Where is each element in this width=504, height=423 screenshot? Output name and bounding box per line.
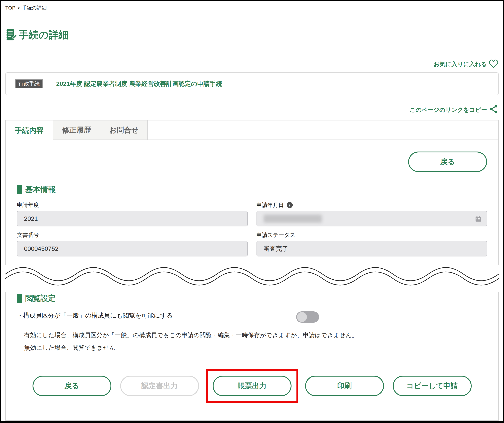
share-icon: [489, 104, 499, 116]
view-settings-heading-text: 閲覧設定: [25, 293, 56, 303]
application-year-value: 2021: [24, 215, 38, 222]
procedure-summary-box: 行政手続 2021年度 認定農業者制度 農業経営改善計画認定の申請手続: [5, 72, 499, 95]
section-marker: [17, 294, 22, 303]
procedure-detail-panel: 手続内容 修正履歴 お問合せ 戻る 基本情報 申請年度 2021: [5, 120, 499, 421]
page-title-text: 手続の詳細: [19, 28, 68, 42]
application-year-input[interactable]: 2021: [17, 211, 248, 226]
basic-info-heading: 基本情報: [17, 184, 487, 195]
application-status-input[interactable]: 審査完了: [257, 241, 487, 256]
tab-panel-content: 戻る 基本情報 申請年度 2021 申請年月日: [6, 140, 498, 420]
redacted-date-value: [264, 215, 322, 223]
certificate-output-button[interactable]: 認定書出力: [120, 376, 199, 396]
breadcrumb-separator: >: [17, 5, 20, 11]
page-frame: TOP > 手続の詳細 手続の詳細 お気に入りに入れる: [0, 0, 504, 423]
copy-and-apply-button[interactable]: コピーして申請: [393, 376, 472, 396]
tab-procedure-content[interactable]: 手続内容: [6, 120, 53, 140]
basic-info-heading-text: 基本情報: [25, 184, 56, 195]
procedure-type-badge: 行政手続: [15, 79, 43, 88]
view-settings-notes: 有効にした場合、構成員区分が「一般」の構成員でもこの申請の閲覧・編集・一時保存が…: [24, 329, 487, 354]
document-number-value: 0000450752: [24, 245, 59, 252]
favorite-link[interactable]: お気に入りに入れる: [5, 59, 499, 70]
print-button[interactable]: 印刷: [305, 376, 384, 396]
view-settings-toggle-row: ・構成員区分が「一般」の構成員にも閲覧を可能にする: [17, 311, 487, 323]
back-button-bottom[interactable]: 戻る: [33, 376, 111, 396]
field-application-year: 申請年度 2021: [17, 196, 248, 226]
info-icon[interactable]: i: [287, 202, 293, 208]
copy-page-link-label: このページのリンクをコピー: [410, 106, 487, 114]
copy-page-link[interactable]: このページのリンクをコピー: [5, 104, 499, 116]
field-application-status-label: 申請ステータス: [257, 231, 487, 239]
field-application-date: 申請年月日 i: [257, 196, 487, 226]
field-label-text: 申請ステータス: [257, 231, 295, 239]
favorite-label: お気に入りに入れる: [434, 60, 487, 68]
heart-outline-icon: [488, 59, 499, 70]
breadcrumb-current: 手続の詳細: [22, 5, 47, 11]
view-settings-note-line2: 無効にした場合、閲覧できません。: [24, 341, 487, 354]
field-label-text: 申請年度: [17, 201, 39, 209]
view-settings-toggle-label: ・構成員区分が「一般」の構成員にも閲覧を可能にする: [17, 311, 173, 320]
procedure-title: 2021年度 認定農業者制度 農業経営改善計画認定の申請手続: [56, 80, 222, 88]
field-label-text: 文書番号: [17, 231, 39, 239]
breadcrumb: TOP > 手続の詳細: [5, 5, 499, 11]
document-number-input[interactable]: 0000450752: [17, 241, 248, 256]
field-application-date-label: 申請年月日 i: [257, 201, 487, 209]
tab-strip: 手続内容 修正履歴 お問合せ: [6, 120, 498, 140]
page-title: 手続の詳細: [5, 28, 499, 42]
tab-revision-history[interactable]: 修正履歴: [53, 120, 100, 140]
field-label-text: 申請年月日: [257, 201, 284, 209]
field-application-year-label: 申請年度: [17, 201, 248, 209]
application-date-input[interactable]: [257, 211, 487, 226]
view-settings-note-line1: 有効にした場合、構成員区分が「一般」の構成員でもこの申請の閲覧・編集・一時保存が…: [24, 329, 487, 341]
tab-inquiry[interactable]: お問合せ: [100, 120, 148, 140]
highlight-red-box: 帳票出力: [206, 369, 298, 403]
basic-info-fields: 申請年度 2021 申請年月日 i: [17, 196, 487, 256]
view-settings-heading: 閲覧設定: [17, 293, 487, 303]
calendar-icon[interactable]: [475, 215, 482, 222]
field-document-number-label: 文書番号: [17, 231, 248, 239]
field-document-number: 文書番号 0000450752: [17, 226, 248, 256]
toggle-knob: [297, 312, 307, 322]
form-output-button[interactable]: 帳票出力: [213, 376, 292, 396]
back-button-top[interactable]: 戻る: [408, 152, 487, 172]
general-member-view-toggle[interactable]: [296, 311, 319, 323]
memo-pencil-icon: [5, 29, 17, 41]
field-application-status: 申請ステータス 審査完了: [257, 226, 487, 256]
section-marker: [17, 185, 22, 194]
application-status-value: 審査完了: [264, 245, 288, 253]
breadcrumb-top-link[interactable]: TOP: [5, 5, 15, 11]
footer-button-row: 戻る 認定書出力 帳票出力 印刷 コピーして申請: [17, 369, 487, 403]
content-omitted-wave: [5, 265, 499, 292]
